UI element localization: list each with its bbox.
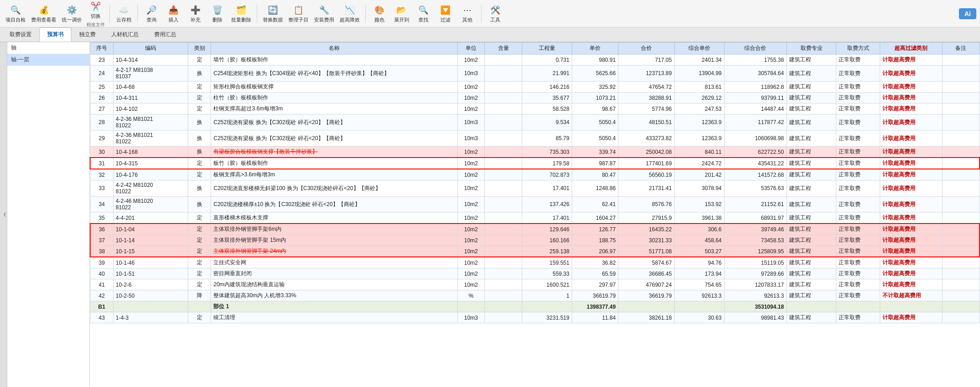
cell-type: 定 — [188, 246, 211, 257]
cell-code — [113, 301, 188, 312]
cell-qty: 1600.521 — [522, 279, 572, 290]
sidebar-collapse-btn[interactable]: 《 — [0, 42, 7, 387]
cell-type: 换 — [188, 114, 211, 131]
cell-seq: 43 — [90, 312, 113, 323]
cell-contain — [485, 196, 522, 213]
toolbar-group-fee-view: 💰 费用查看看 — [29, 3, 58, 24]
cloud-save-button[interactable]: ☁️ 云存档 — [114, 3, 133, 24]
col-header-qty: 工程量 — [522, 43, 572, 55]
table-row[interactable]: 284-2-36 M8102181022换C252现浇有梁板 换为【C302现砼… — [90, 114, 980, 131]
cell-total: 250042.08 — [618, 147, 674, 158]
cell-unit: 10m2 — [457, 246, 485, 257]
col-header-remark: 备注 — [942, 43, 980, 55]
exceed-reduce-button[interactable]: 📉 超高降效 — [338, 3, 362, 24]
batch-delete-label: 批量删除 — [231, 16, 251, 23]
cell-qty — [522, 301, 572, 312]
fee-view-icon: 💰 — [38, 4, 50, 16]
find-button[interactable]: 🔍 查找 — [415, 3, 432, 24]
cell-method: 正常取费 — [836, 114, 880, 131]
table-container[interactable]: 序号 编码 类别 名称 单位 含量 工程量 单价 合价 综合单价 综合合价 取费… — [90, 42, 980, 387]
cell-remark — [942, 131, 980, 147]
cell-synth-total: 141572.68 — [724, 169, 786, 180]
cell-name: C252现浇有梁板 换为【C302现砼 碎石<20】【商砼】 — [211, 131, 457, 147]
tab-fee-summary[interactable]: 费用汇总 — [146, 27, 184, 42]
filter-button[interactable]: 🔽 过滤 — [437, 3, 454, 24]
delete-button[interactable]: 🗑️ 删除 — [209, 3, 226, 24]
table-row[interactable]: 244-2-17 M8103881037换C254现浇矩形柱 换为【C304现砼… — [90, 65, 980, 82]
cell-contain — [485, 158, 522, 169]
cell-qty: 129.646 — [522, 223, 572, 235]
table-row[interactable]: 2510-4-68定矩形柱脚合板模板钢支撑10m2146.216325.9247… — [90, 82, 980, 93]
table-row[interactable]: 2710-4-102定柱钢支撑高超过3.6m每增3m10m258.52898.6… — [90, 104, 980, 114]
cell-seq: 34 — [90, 196, 113, 213]
table-row[interactable]: B1部位 11398377.493531094.18 — [90, 301, 980, 312]
replace-data-button[interactable]: 🔄 替换数据 — [261, 3, 285, 24]
cell-unit: 10m3 — [457, 312, 485, 323]
tab-independent-fee[interactable]: 独立费 — [71, 27, 103, 42]
color-button[interactable]: 🎨 颜色 — [371, 3, 388, 24]
table-row[interactable]: 354-4-201定直形楼梯木模板木支撑10m217.4011604.27279… — [90, 213, 980, 224]
cell-method: 正常取费 — [836, 180, 880, 196]
cell-unit: 10m2 — [457, 196, 485, 213]
cell-code: 4-2-36 M8102181022 — [113, 114, 188, 131]
batch-delete-button[interactable]: 🗂️ 批量删除 — [229, 3, 253, 24]
table-row[interactable]: 2310-4-314定墙竹（胶）板模板制作10m20.731980.91717.… — [90, 55, 980, 65]
table-row[interactable]: 4110-2-6定20m内建筑现浇结构垂直运输10m21600.521297.9… — [90, 279, 980, 290]
install-fee-button[interactable]: 🔧 安装费用 — [312, 3, 336, 24]
cell-qty: 146.216 — [522, 82, 572, 93]
arrange-child-button[interactable]: 📋 整理子目 — [287, 3, 310, 24]
sidebar-item-axis-layer1[interactable]: 轴-一层 — [7, 54, 89, 66]
tab-budget-book[interactable]: 预算书 — [39, 27, 71, 42]
cell-code: 10-4-315 — [113, 158, 188, 169]
project-check-button[interactable]: 🔍 项目自检 — [4, 3, 27, 24]
tab-labor-machine[interactable]: 人材机汇总 — [103, 27, 146, 42]
cell-code: 10-1-51 — [113, 268, 188, 279]
cell-filter: 计取超高费用 — [880, 158, 942, 169]
cell-synth-total: 118962.8 — [724, 82, 786, 93]
table-row[interactable]: 3010-4-168换有梁板胶合板模板钢支撑【散装干拌砂浆】10m2735.30… — [90, 147, 980, 158]
cell-remark — [942, 279, 980, 290]
color-icon: 🎨 — [373, 4, 386, 16]
table-row[interactable]: 4210-2-50降整体建筑超高30m内 人机增3.33%%136619.793… — [90, 290, 980, 301]
tab-fee-setting[interactable]: 取费设置 — [2, 27, 39, 42]
table-row[interactable]: 3810-1-15定主体双排外钢管脚手架 24m内10m2259.138206.… — [90, 246, 980, 257]
table-row[interactable]: 344-2-46 M8102081022换C202现浇楼梯厚±10 换为【C30… — [90, 196, 980, 213]
table-row[interactable]: 294-2-36 M8102181022换C252现浇有梁板 换为【C302现砼… — [90, 131, 980, 147]
table-row[interactable]: 3910-1-46定立挂式安全网10m2159.55136.825874.679… — [90, 257, 980, 268]
cell-method: 正常取费 — [836, 196, 880, 213]
cell-code: 4-2-17 M8103881037 — [113, 65, 188, 82]
cut-switch-button[interactable]: ✂️ 切换 — [87, 0, 104, 21]
sidebar-item-axis[interactable]: 轴 — [7, 42, 89, 54]
other-button[interactable]: ⋯ 其他 — [459, 3, 476, 24]
toolbar-group-filter: 🔽 过滤 — [435, 3, 455, 24]
table-row[interactable]: 431-4-3定竣工清理10m33231.51911.8438261.1830.… — [90, 312, 980, 323]
cell-qty: 1 — [522, 290, 572, 301]
cell-filter: 计取超高费用 — [880, 104, 942, 114]
toolbar-group-query: 🔎 查询 — [141, 3, 162, 24]
table-row[interactable]: 3610-1-04定主体双排外钢管脚手架6m内10m2129.646126.77… — [90, 223, 980, 235]
insert-button[interactable]: 📥 插入 — [165, 3, 182, 24]
table-row[interactable]: 2610-4-311定柱竹（胶）板模板制作10m235.6771073.2138… — [90, 93, 980, 104]
cell-remark — [942, 268, 980, 279]
cell-qty: 17.401 — [522, 213, 572, 224]
expand-to-button[interactable]: 📂 展开到 — [392, 3, 411, 24]
table-row[interactable]: 3110-4-315定板竹（胶）板模板制作10m2179.58987.87177… — [90, 158, 980, 169]
ai-button[interactable]: Ai — [959, 8, 976, 19]
tools-button[interactable]: 🛠️ 工具 — [487, 3, 504, 24]
table-row[interactable]: 334-2-42 M8102081022换C202现浇直形楼梯无斜梁100 换为… — [90, 180, 980, 196]
fee-view-button[interactable]: 💰 费用查看看 — [29, 3, 58, 24]
unified-adjust-button[interactable]: ⚙️ 统一调价 — [60, 3, 84, 24]
col-header-name: 名称 — [211, 43, 457, 55]
table-row[interactable]: 3710-1-14定主体双排外钢管脚手架 15m内10m2160.166188.… — [90, 235, 980, 246]
cell-filter: 计取超高费用 — [880, 196, 942, 213]
query-button[interactable]: 🔎 查询 — [143, 3, 160, 24]
table-row[interactable]: 3210-4-176定板钢支撑高>3.6m每增3m10m2702.87380.4… — [90, 169, 980, 180]
table-row[interactable]: 4010-1-51定密目网垂直封闭10m2559.3365.5936686.45… — [90, 268, 980, 279]
cell-code: 4-4-201 — [113, 213, 188, 224]
cell-remark — [942, 104, 980, 114]
cell-price: 65.59 — [572, 268, 618, 279]
cell-unit: 10m2 — [457, 235, 485, 246]
cell-synth-price: 306.6 — [674, 223, 724, 235]
cell-price: 36.82 — [572, 257, 618, 268]
supplement-button[interactable]: ➕ 补充 — [187, 3, 204, 24]
